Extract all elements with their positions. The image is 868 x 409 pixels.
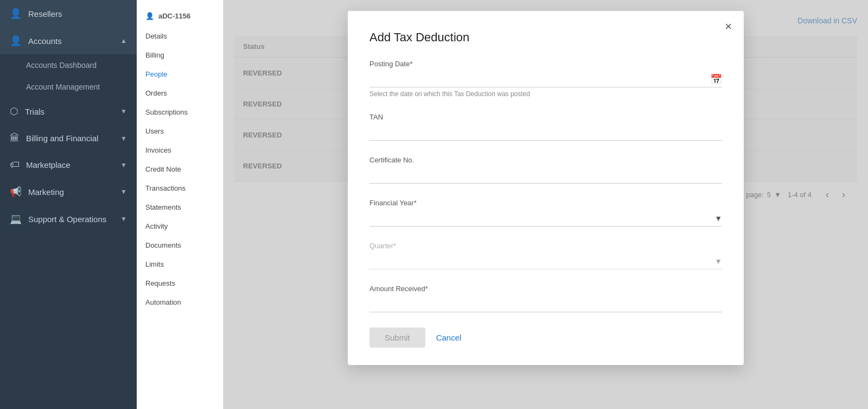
- amount-received-label: Amount Received*: [369, 285, 722, 293]
- sub-nav-header: 👤 aDC-1156: [137, 5, 223, 27]
- sub-nav-item-activity[interactable]: Activity: [137, 217, 223, 236]
- financial-year-field: Financial Year* ▼: [369, 199, 722, 226]
- sub-nav-item-automation[interactable]: Automation: [137, 293, 223, 312]
- sidebar-item-marketing[interactable]: 📢 Marketing ▼: [0, 178, 137, 205]
- support-icon: 💻: [10, 213, 22, 225]
- sidebar-item-label: Trials: [25, 107, 44, 116]
- chevron-down-icon: ▼: [120, 215, 127, 223]
- certificate-no-field: Certificate No.: [369, 156, 722, 184]
- chevron-down-icon: ▼: [120, 188, 127, 196]
- posting-date-label: Posting Date*: [369, 60, 722, 68]
- amount-received-input[interactable]: [369, 296, 722, 312]
- person-icon: 👤: [10, 8, 22, 20]
- sidebar-item-label: Billing and Financial: [26, 134, 98, 143]
- cancel-button[interactable]: Cancel: [436, 333, 462, 342]
- certificate-no-label: Certificate No.: [369, 156, 722, 164]
- quarter-label: Quarter*: [369, 242, 722, 250]
- posting-date-input[interactable]: [369, 71, 706, 87]
- content-area: Download in CSV Status REVERSED 👁 ←: [224, 0, 868, 409]
- billing-icon: 🏛: [10, 133, 20, 144]
- close-button[interactable]: ×: [725, 21, 732, 33]
- sidebar-item-label: Marketplace: [26, 160, 71, 169]
- amount-received-input-wrap: [369, 296, 722, 312]
- posting-date-input-wrap: 📅: [369, 71, 722, 87]
- marketplace-icon: 🏷: [10, 159, 20, 171]
- tan-label: TAN: [369, 113, 722, 121]
- sidebar-item-label: Accounts: [28, 36, 62, 46]
- quarter-dropdown-arrow-icon[interactable]: ▼: [714, 257, 722, 266]
- add-tax-deduction-modal: × Add Tax Deduction Posting Date* 📅 Sele…: [348, 11, 744, 365]
- sub-nav-item-statements[interactable]: Statements: [137, 198, 223, 217]
- modal-overlay: × Add Tax Deduction Posting Date* 📅 Sele…: [224, 0, 868, 409]
- sub-nav-item-invoices[interactable]: Invoices: [137, 141, 223, 160]
- sidebar-item-billing-financial[interactable]: 🏛 Billing and Financial ▼: [0, 125, 137, 152]
- dropdown-arrow-icon[interactable]: ▼: [714, 214, 722, 223]
- marketing-icon: 📢: [10, 186, 22, 198]
- sidebar-item-marketplace[interactable]: 🏷 Marketplace ▼: [0, 152, 137, 178]
- quarter-input-wrap: ▼: [369, 253, 722, 269]
- submit-button[interactable]: Submit: [369, 328, 425, 348]
- sub-nav-item-limits[interactable]: Limits: [137, 255, 223, 274]
- sidebar-item-label: Resellers: [28, 9, 62, 18]
- sub-nav-item-credit-note[interactable]: Credit Note: [137, 160, 223, 179]
- trials-icon: ⬡: [10, 105, 18, 117]
- quarter-input[interactable]: [369, 253, 710, 269]
- sidebar-item-label: Support & Operations: [28, 215, 106, 224]
- sub-nav-item-documents[interactable]: Documents: [137, 236, 223, 255]
- calendar-icon[interactable]: 📅: [710, 73, 722, 85]
- sub-nav-item-billing[interactable]: Billing: [137, 46, 223, 65]
- account-icon: 👤: [145, 12, 154, 20]
- sidebar-item-resellers[interactable]: 👤 Resellers: [0, 0, 137, 27]
- account-id: aDC-1156: [158, 12, 190, 20]
- sub-nav-item-orders[interactable]: Orders: [137, 84, 223, 103]
- sidebar-item-accounts-dashboard[interactable]: Accounts Dashboard: [0, 54, 137, 76]
- main-area: 👤 aDC-1156 Details Billing People Orders…: [137, 0, 868, 409]
- sidebar-item-trials[interactable]: ⬡ Trials ▼: [0, 98, 137, 125]
- tan-input[interactable]: [369, 124, 722, 140]
- modal-title: Add Tax Deduction: [369, 30, 722, 45]
- sidebar-item-account-management[interactable]: Account Management: [0, 76, 137, 98]
- sidebar-item-support-operations[interactable]: 💻 Support & Operations ▼: [0, 205, 137, 232]
- sub-nav-item-people[interactable]: People: [137, 65, 223, 84]
- sidebar-item-label: Marketing: [28, 187, 64, 197]
- sub-nav-item-requests[interactable]: Requests: [137, 274, 223, 293]
- chevron-up-icon: ▲: [120, 37, 127, 45]
- tan-input-wrap: [369, 124, 722, 141]
- sidebar-sub-label: Accounts Dashboard: [26, 61, 97, 70]
- chevron-down-icon: ▼: [120, 161, 127, 169]
- sub-nav-item-users[interactable]: Users: [137, 122, 223, 141]
- person-icon: 👤: [10, 35, 22, 47]
- chevron-down-icon: ▼: [120, 135, 127, 142]
- sub-nav-item-subscriptions[interactable]: Subscriptions: [137, 103, 223, 122]
- certificate-no-input[interactable]: [369, 167, 722, 183]
- sidebar-sub-label: Account Management: [26, 83, 100, 91]
- tan-field: TAN: [369, 113, 722, 141]
- sub-nav: 👤 aDC-1156 Details Billing People Orders…: [137, 0, 224, 409]
- financial-year-input-wrap: ▼: [369, 210, 722, 226]
- financial-year-input[interactable]: [369, 210, 710, 226]
- chevron-down-icon: ▼: [120, 108, 127, 115]
- posting-date-field: Posting Date* 📅 Select the date on which…: [369, 60, 722, 98]
- certificate-no-input-wrap: [369, 167, 722, 184]
- sidebar-item-accounts[interactable]: 👤 Accounts ▲: [0, 27, 137, 54]
- sidebar: 👤 Resellers 👤 Accounts ▲ Accounts Dashbo…: [0, 0, 137, 409]
- sub-nav-item-details[interactable]: Details: [137, 27, 223, 46]
- amount-received-field: Amount Received*: [369, 285, 722, 312]
- sub-nav-item-transactions[interactable]: Transactions: [137, 179, 223, 198]
- modal-actions: Submit Cancel: [369, 328, 722, 348]
- posting-date-hint: Select the date on which this Tax Deduct…: [369, 90, 722, 98]
- quarter-field: Quarter* ▼: [369, 242, 722, 269]
- financial-year-label: Financial Year*: [369, 199, 722, 207]
